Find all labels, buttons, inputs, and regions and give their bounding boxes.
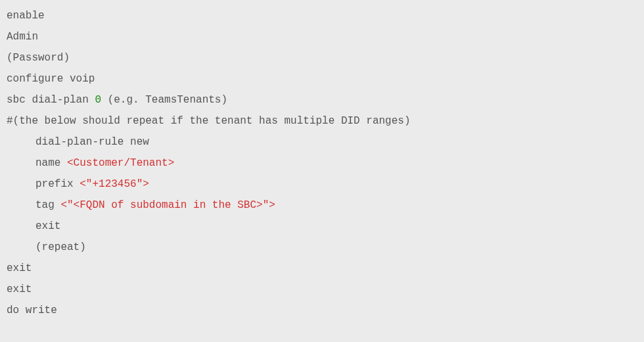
code-comment: #(the below should repeat if the tenant … xyxy=(7,110,637,132)
code-line: tag <"<FQDN of subdomain in the SBC>"> xyxy=(7,195,637,216)
code-text: name xyxy=(35,157,67,169)
code-text: (e.g. TeamsTenants) xyxy=(101,94,227,106)
code-text: prefix xyxy=(35,178,80,190)
code-line: (Password) xyxy=(7,47,637,68)
code-line: name <Customer/Tenant> xyxy=(7,153,637,174)
code-line: exit xyxy=(7,279,637,300)
code-line: prefix <"+123456"> xyxy=(7,174,637,195)
code-line: enable xyxy=(7,5,637,26)
code-number: 0 xyxy=(95,94,101,106)
code-placeholder: <Customer/Tenant> xyxy=(67,157,174,169)
code-line: (repeat) xyxy=(7,237,637,258)
code-line: dial-plan-rule new xyxy=(7,132,637,153)
code-line: sbc dial-plan 0 (e.g. TeamsTenants) xyxy=(7,89,637,110)
code-placeholder: <"+123456"> xyxy=(80,178,149,190)
code-text: sbc dial-plan xyxy=(7,94,95,106)
code-placeholder: <"<FQDN of subdomain in the SBC>"> xyxy=(60,199,275,211)
code-line: Admin xyxy=(7,26,637,47)
code-text: tag xyxy=(35,199,60,211)
code-line: configure voip xyxy=(7,68,637,89)
code-line: exit xyxy=(7,258,637,279)
code-line: do write xyxy=(7,300,637,321)
code-line: exit xyxy=(7,216,637,237)
